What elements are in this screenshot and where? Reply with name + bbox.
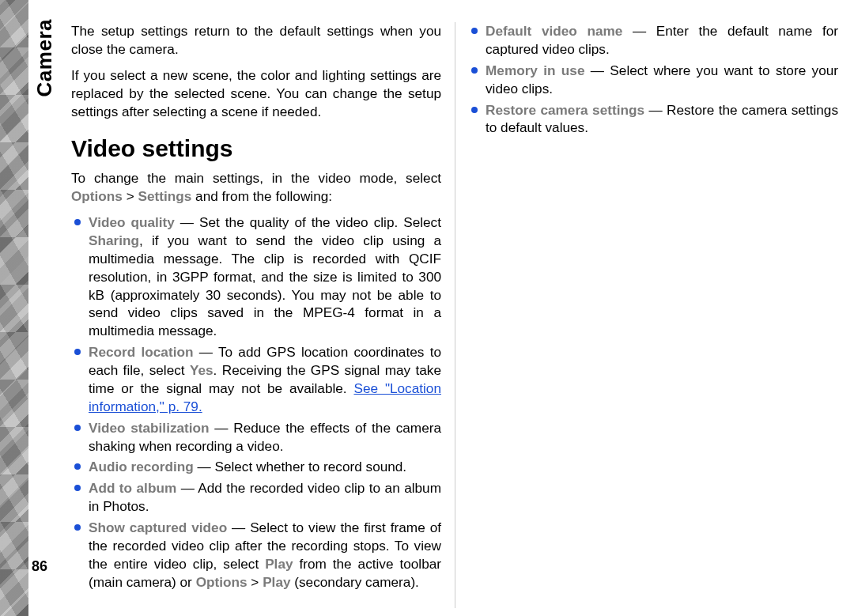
section-label-text: Camera — [32, 19, 57, 96]
item-show-captured-video: Show captured video — Select to view the… — [71, 519, 441, 591]
term-play-1: Play — [265, 556, 293, 572]
item-video-stabilization: Video stabilization — Reduce the effects… — [71, 419, 441, 455]
settings-intro: To change the main settings, in the vide… — [71, 169, 441, 206]
term-video-quality: Video quality — [89, 214, 175, 230]
term-default-video-name: Default video name — [486, 23, 622, 39]
term-settings: Settings — [138, 188, 192, 204]
term-record-location: Record location — [89, 344, 193, 360]
item-default-video-name: Default video name — Enter the default n… — [468, 22, 838, 59]
item-audio-recording: Audio recording — Select whether to reco… — [71, 458, 441, 476]
term-show-captured-video: Show captured video — [89, 520, 227, 535]
intro-paragraph-2: If you select a new scene, the color and… — [71, 66, 441, 121]
page-margin-art — [0, 0, 28, 616]
section-label: Camera — [28, 0, 60, 616]
item-memory-in-use: Memory in use — Select where you want to… — [468, 62, 838, 98]
item-record-location: Record location — To add GPS location co… — [71, 343, 441, 416]
heading-video-settings: Video settings — [71, 133, 441, 164]
term-restore-camera-settings: Restore camera settings — [486, 102, 644, 118]
term-add-to-album: Add to album — [89, 480, 176, 496]
term-yes: Yes — [190, 362, 214, 378]
term-video-stabilization: Video stabilization — [89, 420, 210, 436]
term-sharing: Sharing — [89, 232, 139, 248]
term-play-2: Play — [263, 574, 290, 590]
item-restore-camera-settings: Restore camera settings — Restore the ca… — [468, 101, 838, 138]
term-options-2: Options — [196, 574, 248, 590]
item-add-to-album: Add to album — Add the recorded video cl… — [71, 479, 441, 516]
page-number: 86 — [32, 558, 47, 575]
term-audio-recording: Audio recording — [89, 459, 194, 474]
term-options: Options — [71, 188, 123, 204]
term-memory-in-use: Memory in use — [486, 62, 584, 78]
page-body: The setup settings return to the default… — [71, 22, 838, 608]
intro-paragraph-1: The setup settings return to the default… — [71, 22, 441, 59]
item-video-quality: Video quality — Set the quality of the v… — [71, 214, 441, 340]
